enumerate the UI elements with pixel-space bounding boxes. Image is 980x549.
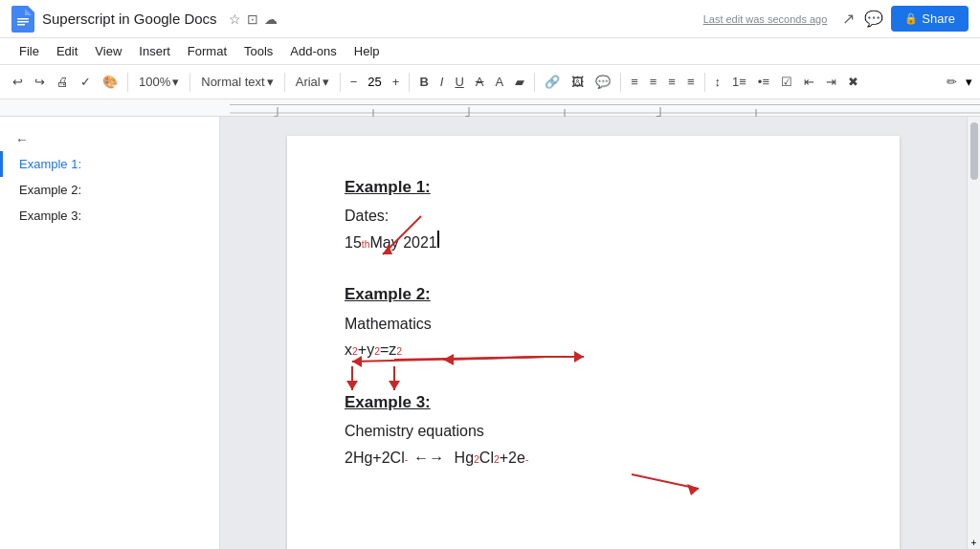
paint-format-button[interactable]: 🎨 xyxy=(98,72,122,92)
example-2-label: Mathematics xyxy=(345,312,842,337)
align-justify-button[interactable]: ≡ xyxy=(682,72,700,92)
print-button[interactable]: 🖨 xyxy=(52,72,74,92)
annotation-arrow-1 xyxy=(364,207,555,283)
chem-cl2: Cl xyxy=(479,446,494,471)
cloud-icon[interactable]: ☁ xyxy=(264,11,278,27)
svg-line-20 xyxy=(443,357,546,360)
chem-formula-right: Hg xyxy=(450,446,474,471)
menu-edit[interactable]: Edit xyxy=(49,41,85,61)
separator-5 xyxy=(409,73,410,92)
svg-line-19 xyxy=(394,357,546,360)
indent-increase-button[interactable]: ⇥ xyxy=(821,72,841,92)
spellcheck-button[interactable]: ✓ xyxy=(76,72,96,92)
scroll-down-button[interactable]: + xyxy=(968,536,981,549)
example-2-section: Example 2: Mathematics x2+y2=z2 xyxy=(345,281,842,362)
sidebar-item-example3[interactable]: Example 3: xyxy=(0,203,219,229)
font-dropdown[interactable]: Arial ▾ xyxy=(290,73,335,91)
separator-4 xyxy=(340,73,341,92)
menu-format[interactable]: Format xyxy=(180,41,234,61)
italic-button[interactable]: I xyxy=(435,72,449,92)
comment-button[interactable]: 💬 xyxy=(590,72,615,92)
line-spacing-button[interactable]: ↕ xyxy=(710,72,726,92)
toolbar: ↩ ↪ 🖨 ✓ 🎨 100% ▾ Normal text ▾ Arial ▾ −… xyxy=(0,65,980,99)
formula-exp-2c: 2 xyxy=(396,344,402,361)
title-bar: Superscript in Google Docs ☆ ⊡ ☁ Last ed… xyxy=(0,0,980,38)
ruler-line: 1 3 5 xyxy=(230,104,980,112)
document-area: Example 1: Dates: 15th May 2021 xyxy=(220,117,967,549)
lock-icon: 🔒 xyxy=(904,12,918,25)
edit-mode-button[interactable]: ✏ xyxy=(942,72,962,92)
menu-tools[interactable]: Tools xyxy=(236,41,280,61)
date-15: 15 xyxy=(345,231,362,255)
sidebar-back-button[interactable]: ← xyxy=(0,128,219,151)
redo-button[interactable]: ↪ xyxy=(30,72,50,92)
bold-button[interactable]: B xyxy=(414,72,433,92)
back-arrow-icon: ← xyxy=(15,132,29,147)
chem-plus-2e: +2e xyxy=(500,446,525,471)
sidebar: ← Example 1: Example 2: Example 3: xyxy=(0,117,220,549)
svg-line-28 xyxy=(632,474,699,489)
highlight-button[interactable]: ▰ xyxy=(510,72,529,92)
separator-8 xyxy=(704,73,705,92)
folder-icon[interactable]: ⊡ xyxy=(247,11,258,27)
menu-addons[interactable]: Add-ons xyxy=(282,41,344,61)
svg-marker-23 xyxy=(574,351,584,362)
menu-file[interactable]: File xyxy=(11,41,47,61)
menu-view[interactable]: View xyxy=(87,41,129,61)
toolbar-right: ✏ ▾ xyxy=(942,72,972,92)
separator-1 xyxy=(127,73,128,92)
svg-rect-3 xyxy=(17,21,29,23)
chevron-down-icon: ▾ xyxy=(172,75,179,89)
zoom-dropdown[interactable]: 100% ▾ xyxy=(133,73,185,91)
underline-button[interactable]: U xyxy=(450,72,468,92)
scrollbar-thumb[interactable] xyxy=(970,122,978,180)
doc-icon xyxy=(11,6,34,33)
sidebar-item-example1[interactable]: Example 1: xyxy=(0,151,219,177)
separator-2 xyxy=(189,73,190,92)
chevron-down-icon-3: ▾ xyxy=(323,75,329,89)
main-container: ← Example 1: Example 2: Example 3: Examp… xyxy=(0,117,980,549)
example-3-heading: Example 3: xyxy=(345,389,842,415)
last-edit-text: Last edit was seconds ago xyxy=(703,13,828,25)
link-button[interactable]: 🔗 xyxy=(540,72,565,92)
document-page[interactable]: Example 1: Dates: 15th May 2021 xyxy=(287,136,900,549)
example-3-section: Example 3: Chemistry equations 2Hg+2Cl-←… xyxy=(345,389,842,470)
separator-6 xyxy=(534,73,535,92)
formula-x: x xyxy=(345,338,352,362)
chevron-down-icon-2: ▾ xyxy=(267,75,274,89)
indent-decrease-button[interactable]: ⇤ xyxy=(799,72,819,92)
align-center-button[interactable]: ≡ xyxy=(645,72,662,92)
star-icon[interactable]: ☆ xyxy=(229,11,241,27)
style-dropdown[interactable]: Normal text ▾ xyxy=(195,73,278,91)
font-size-decrease[interactable]: − xyxy=(345,72,363,92)
align-left-button[interactable]: ≡ xyxy=(626,72,643,92)
title-icon-group: ☆ ⊡ ☁ xyxy=(229,11,278,27)
document-content: Example 1: Dates: 15th May 2021 xyxy=(345,174,842,470)
sidebar-item-example2[interactable]: Example 2: xyxy=(0,177,219,203)
chem-formula-left: 2Hg+2Cl xyxy=(345,446,405,471)
checklist-button[interactable]: ☑ xyxy=(776,72,797,92)
text-color-button[interactable]: A xyxy=(490,72,508,92)
chevron-down-icon-4: ▾ xyxy=(966,75,972,89)
ruler: 1 3 5 xyxy=(0,99,980,117)
share-button[interactable]: 🔒 Share xyxy=(891,6,969,32)
font-size-value: 25 xyxy=(364,75,385,89)
menu-insert[interactable]: Insert xyxy=(131,41,178,61)
scrollbar[interactable]: + xyxy=(967,117,980,549)
chem-arrow: ←→ xyxy=(413,446,444,471)
clear-format-button[interactable]: ✖ xyxy=(843,72,863,92)
chem-sup-minus-1: - xyxy=(405,452,408,469)
undo-button[interactable]: ↩ xyxy=(8,72,28,92)
comments-icon[interactable]: 💬 xyxy=(864,10,883,28)
image-button[interactable]: 🖼 xyxy=(567,72,589,92)
align-right-button[interactable]: ≡ xyxy=(663,72,680,92)
example-3-label: Chemistry equations xyxy=(345,419,842,444)
svg-rect-4 xyxy=(17,24,25,26)
svg-marker-21 xyxy=(443,354,454,365)
bullet-list-button[interactable]: •≡ xyxy=(753,72,774,92)
present-icon[interactable]: ↗ xyxy=(842,10,855,28)
numbered-list-button[interactable]: 1≡ xyxy=(727,72,751,92)
strikethrough-button[interactable]: A xyxy=(471,72,489,92)
menu-help[interactable]: Help xyxy=(346,41,388,61)
font-size-increase[interactable]: + xyxy=(388,72,405,92)
